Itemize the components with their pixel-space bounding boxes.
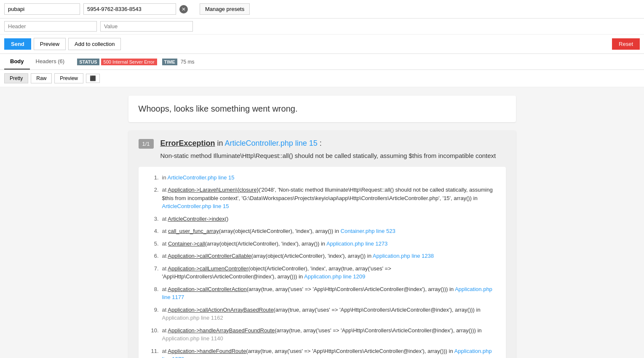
pretty-button[interactable]: Pretty (4, 73, 28, 83)
trace-num-3: 3. (147, 215, 159, 223)
error-colon: : (320, 139, 322, 147)
trace-num-1: 1. (147, 174, 159, 182)
header-row (0, 19, 644, 35)
manage-presets-label: Manage presets (205, 6, 244, 12)
trace-content-6: at Application->callControllerCallable(a… (162, 252, 497, 260)
api-key-input[interactable] (83, 3, 176, 15)
view-bar: Pretty Raw Preview ⬛ (0, 70, 644, 87)
error-in: in (217, 139, 225, 147)
trace-num-4: 4. (147, 227, 159, 235)
pretty-label: Pretty (10, 75, 23, 81)
whoops-text: Whoops, looks like something went wrong. (139, 104, 298, 113)
trace-num-9: 9. (147, 306, 159, 314)
value-input[interactable] (100, 21, 193, 32)
trace-num-5: 5. (147, 240, 159, 248)
trace-link-5[interactable]: Application.php line 1273 (326, 240, 387, 247)
trace-content-11: at Application->handleFoundRoute(array(t… (162, 347, 497, 358)
trace-item-5: 5. at Container->call(array(object(Artic… (147, 240, 497, 248)
add-collection-label: Add to collection (75, 41, 115, 47)
manage-presets-button[interactable]: Manage presets (200, 3, 250, 15)
action-bar: Send Preview Add to collection Reset (0, 35, 644, 54)
add-to-collection-button[interactable]: Add to collection (68, 38, 121, 50)
response-tabs: Body Headers (6) STATUS 500 Internal Ser… (0, 54, 644, 70)
trace-link-2[interactable]: ArticleController.php line 15 (162, 203, 229, 209)
time-value: 75 ms (179, 58, 196, 66)
time-label: TIME (162, 59, 177, 65)
raw-label: Raw (36, 75, 46, 81)
trace-link-1[interactable]: ArticleController.php line 15 (168, 174, 235, 181)
pubapi-input[interactable] (4, 3, 80, 15)
trace-item-7: 7. at Application->callLumenController(o… (147, 264, 497, 281)
trace-item-1: 1. in ArticleController.php line 15 (147, 174, 497, 182)
response-body: Whoops, looks like something went wrong.… (0, 87, 644, 358)
trace-content-7: at Application->callLumenController(obje… (162, 264, 497, 281)
trace-content-3: at ArticleController->index() (162, 215, 497, 223)
tab-headers-label: Headers (6) (36, 58, 65, 64)
error-header: 1/1 ErrorException in ArticleController.… (139, 139, 506, 161)
send-label: Send (11, 41, 24, 47)
trace-link-4[interactable]: Container.php line 523 (341, 228, 395, 234)
trace-item-3: 3. at ArticleController->index() (147, 215, 497, 223)
error-title: ErrorException in ArticleController.php … (160, 139, 496, 148)
close-icon: ✕ (182, 6, 186, 12)
tab-headers[interactable]: Headers (6) (30, 54, 71, 69)
preview-view-button[interactable]: Preview (54, 73, 83, 83)
top-bar: ✕ Manage presets (0, 0, 644, 19)
trace-num-2: 2. (147, 186, 159, 194)
trace-content-8: at Application->callControllerAction(arr… (162, 285, 497, 302)
preview-label: Preview (40, 41, 59, 47)
trace-item-11: 11. at Application->handleFoundRoute(arr… (147, 347, 497, 358)
error-message: Non-static method Illuminate\Http\Reques… (160, 151, 496, 161)
whoops-box: Whoops, looks like something went wrong. (128, 96, 516, 122)
status-value: 500 Internal Server Error (101, 59, 157, 65)
preview-button[interactable]: Preview (34, 38, 66, 50)
trace-content-4: at call_user_func_array(array(object(Art… (162, 227, 497, 235)
trace-content-9: at Application->callActionOnArrayBasedRo… (162, 306, 497, 322)
trace-item-10: 10. at Application->handleArrayBasedFoun… (147, 326, 497, 343)
error-file-link[interactable]: ArticleController.php line 15 (225, 139, 318, 147)
trace-num-6: 6. (147, 252, 159, 260)
trace-num-10: 10. (147, 326, 159, 335)
status-badge: STATUS 500 Internal Server Error TIME 75… (77, 58, 196, 66)
reset-label: Reset (619, 41, 633, 47)
error-count: 1/1 (139, 139, 154, 149)
trace-num-8: 8. (147, 285, 159, 294)
preview-view-label: Preview (60, 75, 78, 81)
copy-icon-button[interactable]: ⬛ (86, 74, 100, 83)
error-title-block: ErrorException in ArticleController.php … (160, 139, 496, 161)
trace-num-11: 11. (147, 347, 159, 355)
trace-content-2: at Application->Laravel\Lumen\{closure}(… (162, 186, 497, 211)
copy-icon: ⬛ (90, 75, 96, 81)
tab-body-label: Body (10, 58, 24, 64)
stack-trace: 1. in ArticleController.php line 15 2. a… (139, 167, 506, 358)
trace-item-6: 6. at Application->callControllerCallabl… (147, 252, 497, 260)
trace-num-7: 7. (147, 264, 159, 273)
trace-content-10: at Application->handleArrayBasedFoundRou… (162, 326, 497, 343)
trace-link-7[interactable]: Application.php line 1209 (304, 273, 365, 280)
status-label: STATUS (77, 59, 99, 65)
trace-link-6[interactable]: Application.php line 1238 (373, 253, 434, 259)
raw-button[interactable]: Raw (31, 73, 52, 83)
error-box: 1/1 ErrorException in ArticleController.… (128, 131, 516, 358)
send-button[interactable]: Send (4, 38, 31, 50)
header-input[interactable] (4, 21, 97, 32)
reset-button[interactable]: Reset (612, 38, 640, 50)
trace-item-9: 9. at Application->callActionOnArrayBase… (147, 306, 497, 322)
tab-body[interactable]: Body (4, 54, 30, 69)
trace-item-4: 4. at call_user_func_array(array(object(… (147, 227, 497, 235)
trace-item-8: 8. at Application->callControllerAction(… (147, 285, 497, 302)
trace-content-5: at Container->call(array(object(ArticleC… (162, 240, 497, 248)
trace-content-1: in ArticleController.php line 15 (162, 174, 497, 182)
error-exception: ErrorException (160, 139, 215, 147)
trace-item-2: 2. at Application->Laravel\Lumen\{closur… (147, 186, 497, 211)
clear-button[interactable]: ✕ (179, 5, 188, 13)
